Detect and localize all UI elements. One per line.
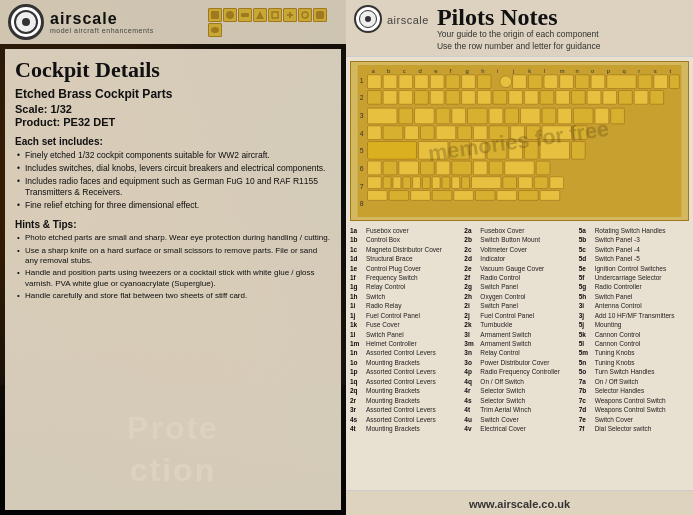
- pilots-subtitle-2: Use the row number and letter for guidan…: [437, 41, 600, 53]
- svg-rect-132: [471, 177, 500, 189]
- legend-item: 5jMounting: [579, 321, 689, 329]
- legend-item: 7bSelector Handles: [579, 387, 689, 395]
- svg-text:3: 3: [360, 112, 364, 119]
- legend-item: 5eIgnition Control Switches: [579, 265, 689, 273]
- pilots-subtitle-1: Your guide to the origin of each compone…: [437, 29, 600, 41]
- legend-item: 2iSwitch Panel: [464, 302, 574, 310]
- left-panel: airscale model aircraft enhancements Coc…: [0, 0, 346, 515]
- svg-rect-60: [399, 90, 413, 104]
- includes-label: Each set includes:: [15, 136, 331, 147]
- svg-rect-70: [556, 90, 570, 104]
- logo-circle-right: [354, 5, 382, 33]
- legend-columns: 1aFusebox cover 1bControl Box 1cMagneto …: [350, 227, 689, 434]
- right-footer: www.airscale.co.uk: [346, 490, 693, 515]
- list-item: Includes radio faces and equipment such …: [15, 176, 331, 198]
- footer-url: www.airscale.co.uk: [469, 498, 570, 510]
- svg-rect-67: [509, 90, 523, 104]
- svg-rect-139: [411, 190, 431, 200]
- legend-item: 1jFuel Control Panel: [350, 312, 460, 320]
- list-item: Handle and position parts using tweezers…: [15, 268, 331, 289]
- right-panel: airscale Pilots Notes Your guide to the …: [346, 0, 693, 515]
- legend-item: 3mArmament Switch: [464, 340, 574, 348]
- svg-rect-4: [272, 12, 278, 18]
- svg-text:h: h: [481, 68, 484, 74]
- svg-text:4: 4: [360, 129, 364, 136]
- svg-rect-48: [513, 75, 527, 89]
- legend-item: 4pRadio Frequency Controller: [464, 368, 574, 376]
- product-label: Product: PE32 DET: [15, 116, 331, 128]
- legend-item: 7eSwitch Cover: [579, 416, 689, 424]
- svg-rect-78: [399, 108, 413, 124]
- scale-label: Scale: 1/32: [15, 103, 331, 115]
- svg-rect-80: [436, 108, 450, 124]
- svg-marker-3: [256, 11, 264, 19]
- legend-item: 1kFuse Cover: [350, 321, 460, 329]
- svg-text:n: n: [575, 68, 578, 74]
- svg-point-9: [211, 27, 219, 33]
- part-icon: [298, 8, 312, 22]
- legend-item: 5dSwitch Panel -5: [579, 255, 689, 263]
- part-icon: [208, 23, 222, 37]
- legend-item: 2dIndicator: [464, 255, 574, 263]
- legend-item: 7cWeapons Control Switch: [579, 397, 689, 405]
- svg-text:c: c: [403, 68, 406, 74]
- logo-dot-right: [365, 16, 371, 22]
- logo-dot: [22, 18, 30, 26]
- brand-sub: model aircraft enhancements: [50, 27, 154, 34]
- svg-rect-82: [468, 108, 488, 124]
- svg-rect-43: [430, 75, 444, 89]
- svg-rect-85: [520, 108, 540, 124]
- svg-rect-120: [505, 161, 534, 175]
- hints-label: Hints & Tips:: [15, 219, 331, 230]
- svg-rect-0: [211, 11, 219, 19]
- legend-item: 7dWeapons Control Switch: [579, 406, 689, 414]
- svg-rect-58: [368, 90, 382, 104]
- svg-rect-90: [611, 108, 625, 124]
- svg-rect-137: [368, 190, 388, 200]
- svg-rect-138: [389, 190, 409, 200]
- left-header: airscale model aircraft enhancements: [0, 0, 346, 44]
- legend-item: 3oPower Distributor Cover: [464, 359, 574, 367]
- part-icon: [313, 8, 327, 22]
- svg-rect-62: [430, 90, 444, 104]
- legend-item: 1cMagneto Distributor Cover: [350, 246, 460, 254]
- svg-rect-126: [413, 177, 421, 189]
- svg-rect-142: [475, 190, 495, 200]
- svg-rect-76: [650, 90, 664, 104]
- svg-rect-123: [383, 177, 391, 189]
- hints-list: Photo etched parts are small and sharp. …: [15, 233, 331, 301]
- legend-item: 7fDial Selector switch: [579, 425, 689, 433]
- legend-item: 1qAssorted Control Levers: [350, 378, 460, 386]
- includes-list: Finely etched 1/32 cockpit components su…: [15, 150, 331, 211]
- svg-text:5: 5: [360, 147, 364, 154]
- svg-point-47: [500, 76, 512, 88]
- svg-text:8: 8: [360, 200, 364, 207]
- legend-item: 1oMounting Brackets: [350, 359, 460, 367]
- legend-item: 4sSelector Switch: [464, 397, 574, 405]
- svg-rect-133: [503, 177, 517, 189]
- legend-item: 2bSwitch Button Mount: [464, 236, 574, 244]
- legend-item: 3nRelay Control: [464, 349, 574, 357]
- svg-rect-129: [442, 177, 450, 189]
- list-item: Fine relief etching for three dimensiona…: [15, 200, 331, 211]
- content-box: Cockpit Details Etched Brass Cockpit Par…: [5, 49, 341, 510]
- legend-item: 5fUndercarriage Selector: [579, 274, 689, 282]
- legend-item: 1iRadio Relay: [350, 302, 460, 310]
- svg-rect-103: [368, 141, 417, 159]
- svg-rect-64: [462, 90, 476, 104]
- list-item: Photo etched parts are small and sharp. …: [15, 233, 331, 243]
- svg-rect-119: [489, 161, 503, 175]
- svg-rect-124: [393, 177, 401, 189]
- legend-item: 3iAntenna Control: [579, 302, 689, 310]
- airscale-logo-right: airscale: [354, 5, 429, 33]
- svg-rect-56: [654, 75, 668, 89]
- svg-text:g: g: [466, 68, 469, 74]
- legend-item: 4tTrim Aerial Winch: [464, 406, 574, 414]
- legend-col-3: 5aRotating Switch Handles 5bSwitch Panel…: [579, 227, 689, 434]
- legend-item: 2rMounting Brackets: [350, 397, 460, 405]
- svg-rect-92: [383, 126, 403, 140]
- svg-rect-52: [575, 75, 589, 89]
- legend-item: 3rAssorted Control Levers: [350, 406, 460, 414]
- airscale-logo-left: airscale model aircraft enhancements: [8, 4, 154, 40]
- svg-rect-71: [571, 90, 585, 104]
